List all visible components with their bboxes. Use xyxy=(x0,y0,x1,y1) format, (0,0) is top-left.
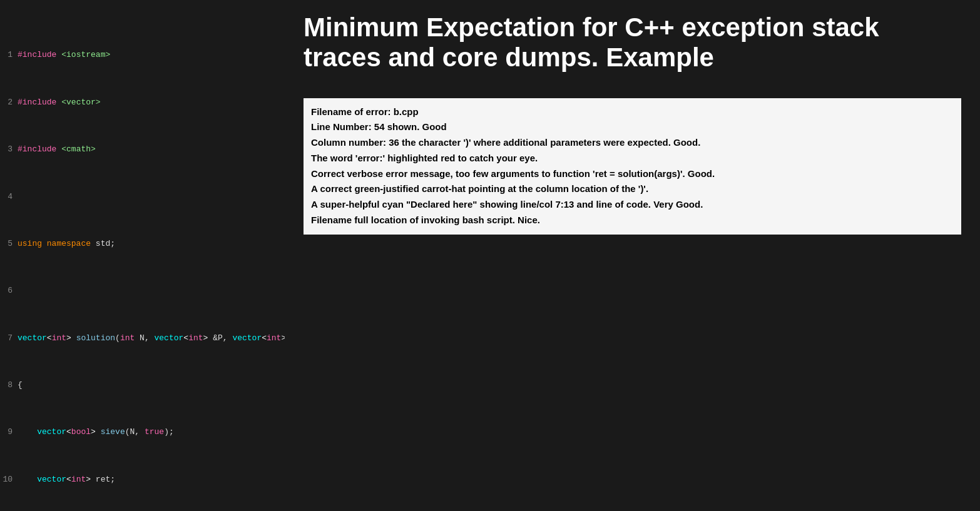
code-line-6: 6 xyxy=(0,285,285,297)
page-title: Minimum Expectation for C++ exception st… xyxy=(304,13,961,73)
code-line-5: 5 using namespace std; xyxy=(0,238,285,250)
code-line-8: 8 { xyxy=(0,380,285,392)
info-line-6: A correct green-justified carrot-hat poi… xyxy=(311,181,954,197)
code-panel: 1 #include <iostream> 2 #include <vector… xyxy=(0,0,285,511)
info-line-3: Column number: 36 the character ')' wher… xyxy=(311,135,954,151)
info-line-5: Correct verbose error message, too few a… xyxy=(311,166,954,182)
code-line-9: 9 vector<bool> sieve(N, true); xyxy=(0,427,285,438)
info-block: Filename of error: b.cpp Line Number: 54… xyxy=(304,98,961,235)
info-line-7: A super-helpful cyan "Declared here" sho… xyxy=(311,197,954,213)
code-line-2: 2 #include <vector> xyxy=(0,97,285,109)
code-editor: 1 #include <iostream> 2 #include <vector… xyxy=(0,3,285,511)
code-line-10: 10 vector<int> ret; xyxy=(0,474,285,486)
info-line-4: The word 'error:' highlighted red to cat… xyxy=(311,151,954,166)
code-line-3: 3 #include <cmath> xyxy=(0,144,285,156)
info-line-8: Filename full location of invoking bash … xyxy=(311,213,954,228)
code-line-4: 4 xyxy=(0,191,285,203)
code-line-7: 7 vector<int> solution(int N, vector<int… xyxy=(0,333,285,345)
info-line-2: Line Number: 54 shown. Good xyxy=(311,119,954,135)
right-panel: Minimum Expectation for C++ exception st… xyxy=(285,0,980,511)
code-line-1: 1 #include <iostream> xyxy=(0,49,285,61)
info-line-1: Filename of error: b.cpp xyxy=(311,104,954,120)
title-area: Minimum Expectation for C++ exception st… xyxy=(304,13,961,78)
